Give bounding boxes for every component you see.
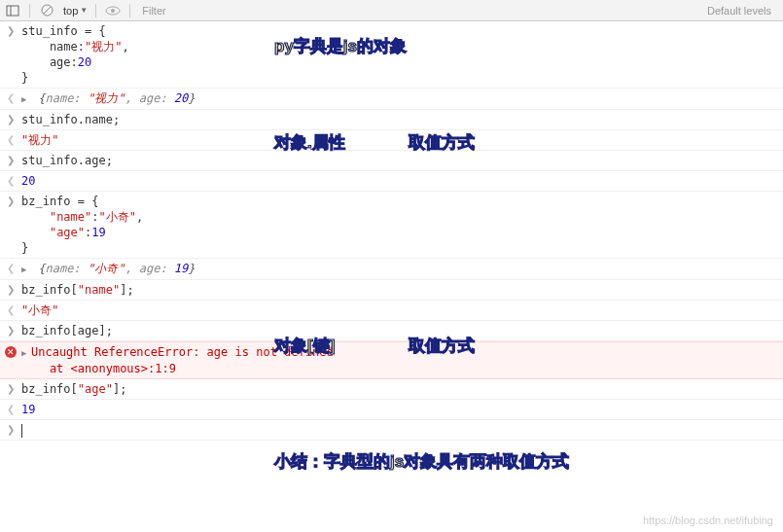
console-content[interactable]: 20 (21, 173, 783, 189)
input-marker (0, 194, 21, 209)
console-content[interactable]: bz_info = { "name":"小奇", "age":19 } (21, 194, 783, 256)
console-row (0, 420, 783, 441)
console-content[interactable]: stu_info.name; (21, 112, 783, 127)
console-content[interactable]: 19 (21, 402, 783, 417)
token: 19 (91, 226, 105, 239)
token: "小奇" (99, 210, 136, 224)
token (21, 226, 50, 239)
console-content[interactable]: ▶Uncaught ReferenceError: age is not def… (21, 344, 783, 376)
token: bz_info[age]; (21, 324, 113, 337)
filter-input[interactable]: Filter (138, 5, 699, 17)
console-row: ✕▶Uncaught ReferenceError: age is not de… (0, 341, 783, 379)
token: "name" (78, 283, 120, 297)
token: ]; (113, 382, 126, 396)
context-label: top (63, 5, 78, 17)
token: , (136, 210, 143, 224)
console-content[interactable]: ▶ {name: "视力", age: 20} (21, 90, 783, 107)
token: bz_info[ (21, 382, 78, 396)
input-marker (0, 153, 21, 168)
object-preview: {name: "视力", age: 20} (31, 91, 196, 105)
output-marker (0, 261, 21, 276)
console-row: 19 (0, 400, 783, 420)
token: ]; (120, 283, 133, 297)
svg-rect-0 (7, 6, 18, 16)
token: age: (21, 55, 78, 69)
eye-icon[interactable] (104, 2, 122, 19)
expand-icon[interactable]: ▶ (21, 345, 31, 361)
chevron-down-icon: ▼ (80, 6, 88, 15)
token: "age" (50, 226, 85, 239)
console-output[interactable]: stu_info = { name:"视力", age:20 }▶ {name:… (0, 21, 783, 441)
annotation-text: 小结：字典型的js对象具有两种取值方式 (274, 450, 569, 473)
clear-console-icon[interactable] (38, 2, 55, 19)
token (21, 210, 50, 224)
log-levels-selector[interactable]: Default levels (707, 5, 779, 17)
watermark: https://blog.csdn.net/ifubing (643, 514, 773, 526)
console-content[interactable]: bz_info[age]; (21, 323, 783, 338)
cursor (21, 424, 22, 438)
output-marker (0, 402, 21, 417)
token: at <anonymous>:1:9 (21, 362, 176, 375)
console-content[interactable]: "视力" (21, 132, 783, 148)
console-row: stu_info.name; (0, 110, 783, 130)
token: "age" (78, 382, 113, 396)
output-marker (0, 90, 21, 106)
separator (29, 4, 30, 18)
expand-icon[interactable]: ▶ (21, 91, 31, 107)
object-preview: {name: "小奇", age: 19} (31, 262, 196, 275)
sidebar-toggle-icon[interactable] (4, 2, 21, 19)
token: 19 (21, 403, 35, 416)
token: : (91, 210, 98, 224)
token: 20 (21, 174, 35, 188)
console-row: ▶ {name: "视力", age: 20} (0, 89, 783, 110)
console-row: bz_info["age"]; (0, 379, 783, 400)
output-marker (0, 302, 21, 318)
token: stu_info.age; (21, 154, 113, 167)
expand-icon[interactable]: ▶ (21, 262, 31, 277)
token: } (21, 71, 28, 85)
token: } (21, 241, 28, 255)
console-content[interactable]: "小奇" (21, 302, 783, 318)
input-marker (0, 381, 21, 397)
console-row: 20 (0, 171, 783, 192)
console-content[interactable]: stu_info = { name:"视力", age:20 } (21, 23, 783, 86)
token: "小奇" (21, 303, 58, 317)
console-row: stu_info = { name:"视力", age:20 } (0, 21, 783, 89)
separator (129, 4, 130, 18)
console-row: "视力" (0, 130, 783, 151)
token: Uncaught ReferenceError: age is not defi… (31, 345, 334, 359)
token: 20 (78, 55, 91, 69)
svg-point-5 (111, 9, 115, 13)
token: bz_info[ (21, 283, 78, 297)
context-selector[interactable]: top ▼ (63, 5, 88, 17)
token: name: (21, 40, 85, 53)
token: bz_info = { (21, 195, 98, 208)
output-marker (0, 132, 21, 148)
token: , (122, 40, 128, 53)
console-content[interactable]: ▶ {name: "小奇", age: 19} (21, 261, 783, 277)
token: stu_info = { (21, 24, 106, 38)
prompt-marker (0, 422, 21, 438)
input-marker (0, 323, 21, 338)
console-content[interactable] (21, 422, 783, 438)
svg-line-3 (44, 7, 51, 14)
console-row: "小奇" (0, 301, 783, 321)
token: stu_info.name; (21, 113, 120, 126)
token: "视力" (85, 40, 122, 53)
console-content[interactable]: bz_info["age"]; (21, 381, 783, 397)
token: "name" (50, 210, 91, 224)
input-marker (0, 112, 21, 127)
console-row: ▶ {name: "小奇", age: 19} (0, 259, 783, 280)
console-row: bz_info = { "name":"小奇", "age":19 } (0, 192, 783, 259)
console-row: stu_info.age; (0, 151, 783, 171)
separator (95, 4, 96, 18)
token: "视力" (21, 133, 58, 147)
input-marker (0, 282, 21, 298)
error-icon: ✕ (0, 344, 21, 358)
console-content[interactable]: bz_info["name"]; (21, 282, 783, 298)
console-row: bz_info["name"]; (0, 280, 783, 301)
output-marker (0, 173, 21, 189)
console-content[interactable]: stu_info.age; (21, 153, 783, 168)
console-toolbar: top ▼ Filter Default levels (0, 0, 783, 21)
console-row: bz_info[age]; (0, 321, 783, 341)
